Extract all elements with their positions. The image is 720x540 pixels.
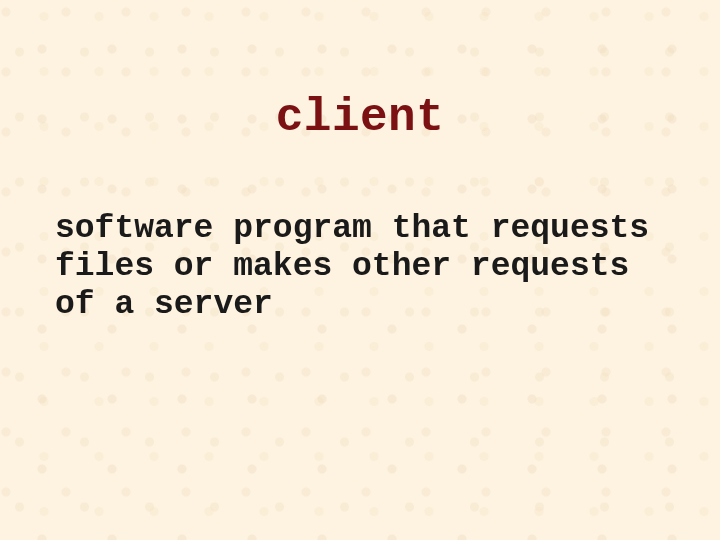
term-definition: software program that requests files or … xyxy=(55,144,665,324)
slide-container: client software program that requests fi… xyxy=(0,0,720,540)
term-title: client xyxy=(55,0,665,144)
